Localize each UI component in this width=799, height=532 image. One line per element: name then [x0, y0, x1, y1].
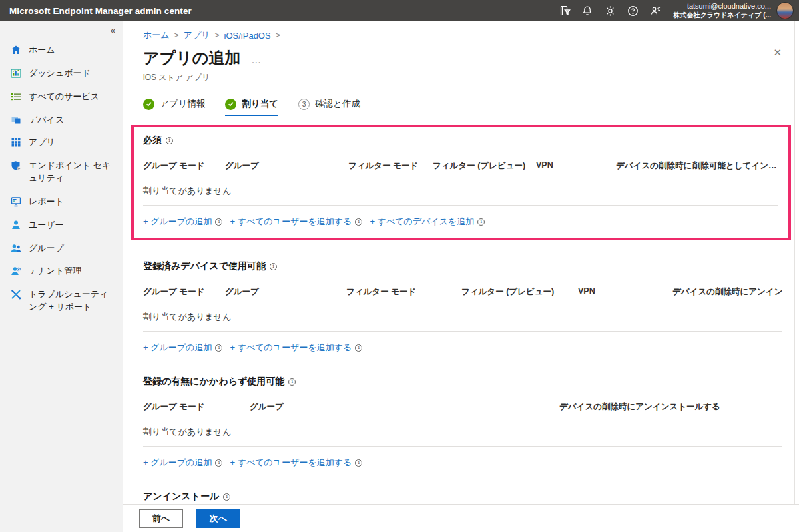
breadcrumb: ホーム > アプリ > iOS/iPadOS >	[143, 29, 782, 41]
info-icon[interactable]	[215, 344, 222, 352]
info-icon[interactable]	[355, 218, 362, 226]
avatar[interactable]	[776, 2, 794, 19]
info-icon[interactable]	[355, 344, 362, 352]
column-header[interactable]: デバイスの削除時にアンインス…	[672, 286, 782, 298]
column-header[interactable]: 削除可能としてイン…	[692, 160, 778, 172]
sidebar-item-label: グループ	[29, 242, 64, 255]
step-review-create[interactable]: 3 確認と作成	[298, 98, 360, 116]
sidebar-item-label: エンドポイント セキュリティ	[29, 160, 117, 185]
info-icon[interactable]	[355, 459, 362, 467]
info-icon[interactable]	[270, 263, 277, 270]
sidebar-item-devices[interactable]: デバイス	[0, 109, 123, 132]
groups-icon	[11, 243, 21, 254]
step-label: アプリ情報	[160, 98, 205, 110]
app-title[interactable]: Microsoft Endpoint Manager admin center	[9, 6, 192, 16]
column-header[interactable]: デバイスの削除時に…	[616, 160, 692, 172]
more-options-icon[interactable]	[251, 54, 262, 65]
sidebar-item-endpoint-security[interactable]: エンドポイント セキュリティ	[0, 154, 123, 190]
table-header-row: グループ モード グループ フィルター モード フィルター (プレビュー) VP…	[143, 286, 782, 304]
column-header[interactable]: フィルター モード	[346, 286, 461, 298]
settings-icon[interactable]	[599, 0, 621, 21]
feedback-icon[interactable]	[644, 0, 666, 21]
account-info[interactable]: tatsumi@cloudnative.co... 株式会社クラウドネイティブ …	[673, 2, 771, 19]
add-links-row: + グループの追加 + すべてのユーザーを追加する + すべてのデバイスを追加	[143, 216, 778, 228]
column-header[interactable]: グループ モード	[143, 160, 225, 172]
info-icon[interactable]	[166, 137, 173, 144]
sidebar-item-apps[interactable]: アプリ	[0, 131, 123, 154]
breadcrumb-separator: >	[276, 31, 280, 40]
sidebar-item-home[interactable]: ホーム	[0, 39, 123, 62]
sidebar-item-troubleshooting[interactable]: トラブルシューティング + サポート	[0, 283, 123, 319]
sidebar-item-label: ダッシュボード	[29, 67, 91, 80]
reports-icon	[11, 196, 21, 207]
column-header[interactable]: フィルター モード	[348, 160, 433, 172]
apps-icon	[11, 137, 21, 148]
add-group-link[interactable]: + グループの追加	[143, 457, 212, 469]
page-title: アプリの追加	[143, 47, 240, 69]
column-header[interactable]: VPN	[536, 160, 616, 172]
sidebar-item-label: ホーム	[29, 44, 55, 57]
column-header[interactable]: グループ	[250, 401, 559, 413]
previous-button[interactable]: 前へ	[139, 509, 183, 528]
all-services-icon	[11, 91, 21, 102]
sidebar-item-dashboard[interactable]: ダッシュボード	[0, 62, 123, 85]
add-all-users-link[interactable]: + すべてのユーザーを追加する	[230, 457, 352, 469]
topbar: Microsoft Endpoint Manager admin center	[0, 0, 799, 21]
sidebar-item-label: ユーザー	[29, 219, 64, 232]
user-organization: 株式会社クラウドネイティブ (...	[673, 11, 771, 20]
section-title: アンインストール	[143, 491, 219, 503]
info-icon[interactable]	[477, 218, 485, 226]
help-icon[interactable]	[621, 0, 644, 21]
sidebar: ホーム ダッシュボード すべてのサービス デバイス アプリ エンドポイント セキ…	[0, 21, 123, 532]
column-header[interactable]: VPN	[578, 286, 672, 298]
notifications-icon[interactable]	[576, 0, 599, 21]
section-title: 登録の有無にかかわらず使用可能	[143, 376, 284, 388]
info-icon[interactable]	[223, 493, 230, 501]
sidebar-item-reports[interactable]: レポート	[0, 190, 123, 214]
info-icon[interactable]	[215, 459, 222, 467]
column-header[interactable]: グループ モード	[143, 401, 250, 413]
add-group-link[interactable]: + グループの追加	[143, 216, 212, 228]
step-label: 割り当て	[242, 98, 278, 110]
dashboard-icon	[11, 68, 21, 79]
breadcrumb-separator: >	[215, 31, 220, 40]
section-uninstall: アンインストール グループ モード グループ フィルター モード フィルター (…	[143, 491, 782, 504]
step-assignments[interactable]: 割り当て	[225, 98, 278, 116]
column-header[interactable]: フィルター (プレビュー)	[461, 286, 578, 298]
column-header[interactable]: フィルター (プレビュー)	[433, 160, 536, 172]
table-header-row: グループ モード グループ フィルター モード フィルター (プレビュー) VP…	[143, 160, 778, 178]
title-row: アプリの追加	[143, 47, 782, 69]
column-header[interactable]: グループ	[225, 286, 346, 298]
app-layout: ホーム ダッシュボード すべてのサービス デバイス アプリ エンドポイント セキ…	[0, 21, 799, 532]
column-header[interactable]: グループ モード	[143, 286, 225, 298]
add-all-users-link[interactable]: + すべてのユーザーを追加する	[230, 216, 352, 228]
directory-filter-icon[interactable]	[553, 0, 576, 21]
column-header[interactable]: デバイスの削除時にアンインストールする	[559, 401, 782, 413]
sidebar-item-label: テナント管理	[29, 265, 81, 278]
next-button[interactable]: 次へ	[196, 509, 240, 528]
step-number: 3	[298, 99, 310, 110]
sidebar-item-all-services[interactable]: すべてのサービス	[0, 85, 123, 109]
breadcrumb-ios-ipados[interactable]: iOS/iPadOS	[224, 31, 271, 41]
step-label: 確認と作成	[315, 98, 360, 110]
breadcrumb-apps[interactable]: アプリ	[184, 29, 210, 41]
add-all-users-link[interactable]: + すべてのユーザーを追加する	[230, 342, 352, 354]
user-email: tatsumi@cloudnative.co...	[673, 2, 771, 11]
troubleshooting-icon	[11, 289, 21, 300]
page-content: ホーム > アプリ > iOS/iPadOS > アプリの追加 iOS ストア …	[123, 21, 799, 504]
main-panel: ホーム > アプリ > iOS/iPadOS > アプリの追加 iOS ストア …	[123, 21, 799, 532]
sidebar-item-tenant-admin[interactable]: テナント管理	[0, 260, 123, 283]
users-icon	[11, 220, 21, 230]
section-title: 登録済みデバイスで使用可能	[143, 260, 266, 272]
column-header[interactable]: グループ	[225, 160, 348, 172]
breadcrumb-home[interactable]: ホーム	[143, 29, 170, 41]
info-icon[interactable]	[215, 218, 222, 226]
sidebar-collapse-icon[interactable]	[111, 25, 115, 35]
sidebar-item-label: アプリ	[29, 136, 55, 149]
info-icon[interactable]	[288, 378, 296, 386]
add-group-link[interactable]: + グループの追加	[143, 342, 212, 354]
sidebar-item-groups[interactable]: グループ	[0, 237, 123, 260]
sidebar-item-users[interactable]: ユーザー	[0, 214, 123, 237]
step-app-information[interactable]: アプリ情報	[143, 98, 205, 116]
add-all-devices-link[interactable]: + すべてのデバイスを追加	[370, 216, 474, 228]
